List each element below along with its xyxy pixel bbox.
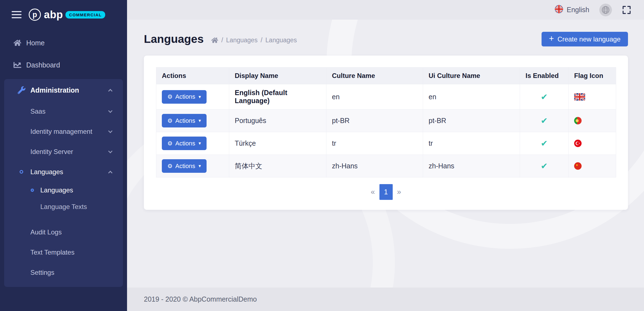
sidebar-item-saas[interactable]: Saas: [4, 101, 123, 121]
pagination-page-1[interactable]: 1: [379, 184, 393, 200]
enabled-check-icon: ✔: [541, 139, 548, 148]
culture-name-cell: tr: [326, 132, 423, 155]
actions-button-label: Actions: [175, 163, 195, 170]
column-header-culture-name: Culture Name: [326, 67, 423, 84]
breadcrumb-languages[interactable]: Languages: [226, 36, 258, 44]
sidebar-item-label: Text Templates: [30, 249, 75, 256]
sidebar-item-label: Dashboard: [26, 61, 60, 69]
china-flag-icon: [569, 155, 616, 177]
sidebar-item-dashboard[interactable]: Dashboard: [0, 54, 127, 76]
column-header-actions: Actions: [156, 67, 229, 84]
create-new-language-button[interactable]: + Create new language: [542, 32, 628, 46]
menu-toggle-icon[interactable]: [12, 11, 22, 18]
language-selector[interactable]: English: [555, 5, 589, 15]
sidebar-menu: Home Dashboard Administration Saas: [0, 29, 127, 287]
sidebar-item-administration[interactable]: Administration: [4, 79, 123, 101]
brand-badge: COMMERCIAL: [65, 11, 105, 19]
chevron-down-icon: [108, 129, 113, 133]
sidebar-item-languages-languages[interactable]: Languages: [4, 182, 123, 198]
app-root: p abp COMMERCIAL Home Dashboard: [0, 0, 644, 311]
breadcrumb-separator: /: [221, 36, 223, 44]
brand-name: abp: [44, 9, 63, 21]
caret-down-icon: ▾: [199, 118, 201, 124]
sidebar-item-label: Settings: [30, 269, 54, 276]
pagination-next-button[interactable]: »: [393, 188, 406, 196]
uk-flag-icon: [569, 84, 616, 109]
turkey-flag-icon: [569, 132, 616, 155]
pagination-prev-button[interactable]: «: [366, 188, 379, 196]
user-avatar[interactable]: [599, 4, 612, 16]
gear-icon: ⚙: [167, 93, 173, 100]
row-actions-button[interactable]: ⚙ Actions ▾: [162, 159, 207, 173]
sidebar-item-label: Languages: [40, 186, 73, 194]
uk-flag-icon: [555, 5, 563, 15]
culture-name-cell: zh-Hans: [326, 155, 423, 177]
chevron-up-icon: [108, 171, 113, 175]
table-header-row: Actions Display Name Culture Name Ui Cul…: [156, 67, 616, 84]
breadcrumb-home-icon[interactable]: [211, 37, 218, 44]
caret-down-icon: ▾: [199, 94, 201, 100]
chart-line-icon: [12, 61, 22, 69]
breadcrumb-separator: /: [261, 36, 262, 44]
fullscreen-icon[interactable]: [622, 5, 631, 15]
column-header-display-name: Display Name: [229, 67, 326, 84]
breadcrumb: / Languages / Languages: [211, 36, 297, 44]
sidebar-item-text-templates[interactable]: Text Templates: [4, 242, 123, 262]
caret-down-icon: ▾: [199, 140, 201, 146]
display-name-cell: Português: [229, 109, 326, 132]
wrench-icon: [17, 86, 27, 94]
row-actions-button[interactable]: ⚙ Actions ▾: [162, 90, 207, 104]
row-actions-button[interactable]: ⚙ Actions ▾: [162, 137, 207, 150]
gear-icon: ⚙: [167, 163, 173, 169]
gear-icon: ⚙: [167, 117, 173, 124]
sidebar-item-audit-logs[interactable]: Audit Logs: [4, 222, 123, 242]
display-name-cell: Türkçe: [229, 132, 326, 155]
sidebar-item-label: Home: [26, 39, 45, 47]
display-name-cell: English (Default Language): [229, 84, 326, 109]
create-button-label: Create new language: [558, 35, 621, 43]
copyright-text: 2019 - 2020 © AbpCommercialDemo: [144, 295, 257, 303]
culture-name-cell: en: [326, 84, 423, 109]
chevron-up-icon: [108, 89, 113, 93]
sidebar-item-languages[interactable]: Languages: [4, 162, 123, 182]
page-title: Languages: [144, 33, 204, 46]
sidebar-item-identity-management[interactable]: Identity management: [4, 121, 123, 142]
ui-culture-name-cell: tr: [423, 132, 520, 155]
table-row: ⚙ Actions ▾ 简体中文 zh-Hans zh-Hans ✔: [156, 155, 616, 177]
sidebar-item-label: Language Texts: [40, 203, 87, 211]
sidebar-item-settings[interactable]: Settings: [4, 262, 123, 283]
page-content: Languages / Languages / Languages + Crea…: [127, 20, 644, 288]
bullet-icon: [31, 189, 34, 192]
ui-culture-name-cell: en: [423, 84, 520, 109]
sidebar-item-label: Languages: [30, 168, 63, 176]
languages-table: Actions Display Name Culture Name Ui Cul…: [156, 67, 616, 177]
sidebar-item-label: Saas: [30, 108, 46, 115]
abp-logo-icon: p: [29, 9, 41, 21]
ui-culture-name-cell: pt-BR: [423, 109, 520, 132]
column-header-ui-culture-name: Ui Culture Name: [423, 67, 520, 84]
display-name-cell: 简体中文: [229, 155, 326, 177]
footer: 2019 - 2020 © AbpCommercialDemo: [127, 288, 644, 311]
column-header-flag-icon: Flag Icon: [569, 67, 616, 84]
brand-logo[interactable]: p abp COMMERCIAL: [29, 9, 105, 21]
table-row: ⚙ Actions ▾ Türkçe tr tr ✔: [156, 132, 616, 155]
row-actions-button[interactable]: ⚙ Actions ▾: [162, 114, 207, 127]
enabled-check-icon: ✔: [541, 116, 548, 125]
portugal-flag-icon: [569, 109, 616, 132]
culture-name-cell: pt-BR: [326, 109, 423, 132]
languages-table-card: Actions Display Name Culture Name Ui Cul…: [144, 56, 628, 210]
breadcrumb-languages-current[interactable]: Languages: [265, 36, 297, 44]
chevron-down-icon: [108, 149, 113, 153]
actions-button-label: Actions: [175, 93, 195, 100]
sidebar-item-identity-server[interactable]: Identity Server: [4, 142, 123, 162]
sidebar-item-home[interactable]: Home: [0, 32, 127, 54]
home-icon: [12, 39, 22, 47]
chevron-down-icon: [108, 109, 113, 113]
main-area: English Languages / Languages / Langu: [127, 0, 644, 311]
administration-group: Administration Saas Identity management …: [4, 79, 123, 287]
sidebar-item-language-texts[interactable]: Language Texts: [4, 198, 123, 215]
actions-button-label: Actions: [175, 117, 195, 124]
bullet-icon: [20, 170, 23, 174]
sidebar-item-label: Administration: [30, 86, 79, 94]
sidebar-item-label: Audit Logs: [30, 228, 62, 236]
